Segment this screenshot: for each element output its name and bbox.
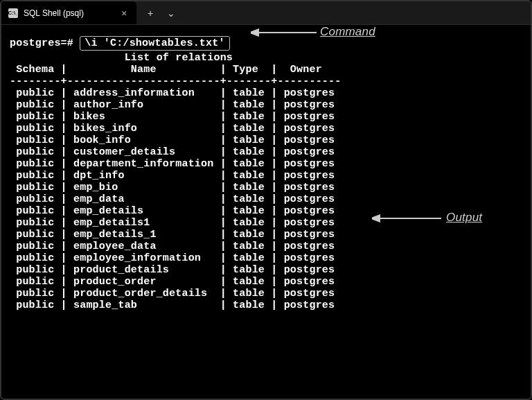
table-row: public | dpt_info | table | postgres [10, 170, 525, 182]
table-row: public | employee_information | table | … [10, 252, 525, 264]
table-row: public | sample_tab | table | postgres [10, 299, 525, 311]
new-tab-button[interactable]: + [142, 5, 159, 21]
table-row: public | author_info | table | postgres [10, 99, 525, 111]
table-row: public | product_order_details | table |… [10, 288, 525, 299]
command-highlight: \i 'C:/showtables.txt' [80, 36, 229, 51]
table-row: public | emp_details_1 | table | postgre… [10, 229, 525, 241]
table-row: public | product_details | table | postg… [10, 264, 525, 276]
table-rows: public | address_information | table | p… [10, 87, 525, 311]
terminal-icon: C:\_ [8, 8, 18, 18]
table-row: public | bikes_info | table | postgres [10, 123, 525, 134]
divider-line: --------+------------------------+------… [10, 76, 525, 87]
arrow-command-icon [251, 28, 317, 37]
table-row: public | bikes | table | postgres [10, 111, 525, 123]
tab-close-icon[interactable]: ✕ [121, 8, 127, 19]
list-title: List of relations [10, 52, 525, 64]
tab-dropdown-icon[interactable]: ⌄ [161, 5, 181, 21]
annotation-command: Command [320, 25, 375, 39]
table-row: public | address_information | table | p… [10, 87, 525, 99]
tab-controls: + ⌄ [136, 5, 181, 21]
table-row: public | book_info | table | postgres [10, 134, 525, 146]
table-row: public | customer_details | table | post… [10, 146, 525, 158]
table-row: public | employee_data | table | postgre… [10, 241, 525, 252]
table-row: public | emp_data | table | postgres [10, 193, 525, 205]
arrow-output-icon [372, 214, 441, 223]
table-row: public | product_order | table | postgre… [10, 276, 525, 288]
tab-title: SQL Shell (psql) [24, 8, 84, 18]
title-bar: C:\_ SQL Shell (psql) ✕ + ⌄ [1, 1, 531, 25]
table-row: public | emp_bio | table | postgres [10, 182, 525, 193]
annotation-output: Output [446, 211, 482, 225]
prompt-line: postgres=# \i 'C:/showtables.txt' [10, 36, 525, 51]
terminal-body[interactable]: postgres=# \i 'C:/showtables.txt' List o… [1, 25, 531, 317]
tab-active[interactable]: C:\_ SQL Shell (psql) ✕ [1, 1, 136, 24]
table-row: public | department_information | table … [10, 158, 525, 170]
column-headers: Schema | Name | Type | Owner [10, 64, 525, 76]
prompt-text: postgres=# [10, 37, 73, 49]
